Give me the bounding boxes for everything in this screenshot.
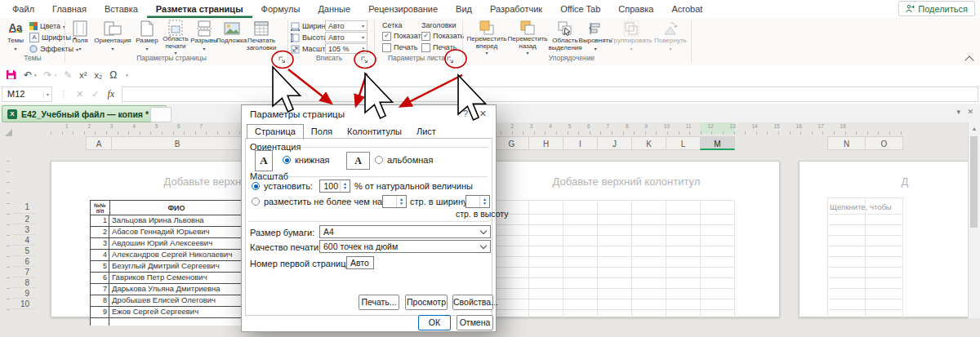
row-header[interactable]: 8 bbox=[11, 277, 36, 288]
cell-number[interactable]: 2 bbox=[91, 227, 109, 237]
row-header[interactable]: 4 bbox=[11, 235, 36, 246]
dialog-tab-margins[interactable]: Поля bbox=[304, 125, 340, 139]
collapse-ribbon-button[interactable] bbox=[966, 57, 973, 64]
dialog-tab-header-footer[interactable]: Колонтитулы bbox=[340, 125, 409, 139]
rotate-button[interactable]: Повернуть ▾ bbox=[653, 20, 688, 54]
dialog-close-button[interactable]: ✕ bbox=[479, 109, 487, 119]
spinner-arrows-icon[interactable]: ▲▼ bbox=[479, 196, 489, 207]
column-header-i[interactable]: I bbox=[563, 136, 598, 150]
ribbon-tab-formulas[interactable]: Формулы bbox=[252, 0, 310, 18]
vertical-scrollbar[interactable]: ▲ bbox=[968, 122, 980, 318]
cell-number[interactable]: 3 bbox=[91, 238, 109, 249]
margins-button[interactable]: Поля ▾ bbox=[68, 20, 92, 54]
ribbon-tab-data[interactable]: Данные bbox=[309, 0, 359, 18]
fit-to-radio[interactable] bbox=[252, 197, 260, 206]
dialog-help-button[interactable]: ? bbox=[463, 109, 468, 118]
align-button[interactable]: Выровнять ▾ bbox=[581, 20, 609, 54]
ribbon-tab-view[interactable]: Вид bbox=[447, 0, 481, 18]
save-icon[interactable] bbox=[6, 69, 16, 80]
print-dialog-button[interactable]: Печать... bbox=[359, 295, 399, 310]
column-header-j[interactable]: J bbox=[597, 136, 632, 150]
size-button[interactable]: Размер ▾ bbox=[135, 20, 159, 54]
document-tab-new[interactable] bbox=[150, 107, 172, 122]
cell-number[interactable]: 4 bbox=[91, 250, 109, 260]
row-header[interactable]: 2 bbox=[11, 214, 36, 224]
scrollbar-thumb[interactable] bbox=[970, 136, 978, 228]
adjust-to-label[interactable]: установить: bbox=[264, 181, 313, 191]
fit-dialog-launcher[interactable] bbox=[360, 55, 369, 64]
properties-button[interactable]: Свойства... bbox=[452, 295, 493, 310]
ribbon-tab-file[interactable]: Файл bbox=[3, 0, 43, 18]
themes-button[interactable]: Aa Темы ▾ bbox=[3, 20, 28, 54]
cell-name[interactable]: Зальцова Ирина Львовна bbox=[109, 215, 243, 226]
bring-forward-button[interactable]: Переместить вперед▾ bbox=[467, 20, 506, 54]
page2-header-placeholder[interactable]: Добавьте верхний колонтитул bbox=[445, 175, 808, 188]
theme-colors-button[interactable]: Цвета ▾ bbox=[29, 21, 65, 31]
ribbon-tab-page-layout[interactable]: Разметка страницы bbox=[147, 0, 252, 18]
fit-scale-stepper[interactable]: 105 % ▴▾ bbox=[325, 43, 368, 54]
page3-cell-placeholder[interactable]: Щелкните, чтобы bbox=[830, 202, 892, 211]
cell-number[interactable] bbox=[91, 318, 109, 326]
headings-show-checkbox[interactable]: ✓ Показать bbox=[421, 31, 464, 41]
column-header-g[interactable]: G bbox=[494, 136, 529, 150]
cell-name[interactable]: Безуглый Дмитрий Сергеевич bbox=[109, 261, 243, 272]
select-all-corner[interactable] bbox=[5, 129, 12, 136]
send-backward-button[interactable]: Переместить назад▾ bbox=[508, 20, 547, 54]
ribbon-tab-review[interactable]: Рецензирование bbox=[359, 0, 447, 18]
selection-pane-button[interactable]: Область выделения bbox=[549, 20, 581, 54]
sheet-options-dialog-launcher[interactable] bbox=[446, 55, 455, 64]
column-header-b[interactable]: B bbox=[111, 136, 243, 150]
cell-number[interactable]: 7 bbox=[91, 284, 109, 295]
column-header-n[interactable]: N bbox=[827, 136, 866, 150]
fit-height-select[interactable]: Авто ▾ bbox=[325, 32, 368, 42]
qat-customize-button[interactable]: ▾ bbox=[126, 73, 128, 78]
adjust-to-radio[interactable] bbox=[252, 182, 260, 190]
fit-to-tall-stepper[interactable]: ▲▼ bbox=[466, 195, 490, 208]
format-painter-button[interactable]: ✎ bbox=[64, 69, 72, 81]
ribbon-tab-home[interactable]: Главная bbox=[43, 0, 96, 18]
portrait-radio[interactable] bbox=[283, 156, 291, 164]
row-header[interactable]: 9 bbox=[11, 288, 36, 299]
row-header[interactable]: 1 bbox=[11, 200, 36, 214]
ok-button[interactable]: ОК bbox=[418, 315, 451, 330]
cancel-button[interactable]: Отмена bbox=[457, 315, 493, 330]
spinner-arrows-icon[interactable]: ▲▼ bbox=[396, 196, 406, 207]
cell-name[interactable]: Гавриков Петр Семенович bbox=[109, 273, 243, 283]
cell-number[interactable]: 5 bbox=[91, 261, 109, 272]
cancel-entry-button[interactable]: ✕ bbox=[72, 89, 87, 100]
row-header[interactable]: 3 bbox=[11, 224, 36, 235]
paper-size-select[interactable]: A4 bbox=[319, 225, 491, 238]
adjust-to-stepper[interactable]: 100▲▼ bbox=[319, 180, 350, 193]
row-header[interactable]: 6 bbox=[11, 256, 36, 267]
ribbon-tab-help[interactable]: Справка bbox=[609, 0, 662, 18]
name-column-header[interactable]: ФИО bbox=[110, 201, 243, 215]
cell-number[interactable]: 1 bbox=[91, 215, 109, 226]
print-titles-button[interactable]: Печатать заголовки bbox=[246, 20, 277, 54]
ribbon-tab-developer[interactable]: Разработчик bbox=[481, 0, 551, 18]
page-setup-dialog-launcher[interactable] bbox=[278, 55, 287, 64]
print-area-button[interactable]: Область печати▾ bbox=[160, 20, 191, 54]
symbol-button[interactable]: Ω bbox=[109, 69, 117, 81]
cell-name[interactable]: Александров Сергей Николаевич bbox=[109, 250, 243, 260]
cell-name[interactable]: Абасов Геннадий Юрьевич bbox=[109, 227, 243, 237]
cell-name[interactable] bbox=[109, 318, 243, 326]
cell-number[interactable]: 8 bbox=[91, 295, 109, 306]
preview-button[interactable]: Просмотр bbox=[405, 295, 448, 310]
cell-name[interactable]: Авдошин Юрий Алексеевич bbox=[109, 238, 243, 249]
document-tab-active[interactable]: X Е42_Учебный файл — копия * ✕ bbox=[2, 105, 167, 122]
column-header-o[interactable]: O bbox=[865, 136, 903, 150]
ribbon-tab-insert[interactable]: Вставка bbox=[96, 0, 147, 18]
fit-to-wide-stepper[interactable]: ▲▼ bbox=[382, 195, 407, 208]
share-button[interactable]: Поделиться bbox=[898, 1, 975, 16]
formula-input[interactable] bbox=[122, 86, 978, 102]
superscript-button[interactable]: x² bbox=[79, 70, 87, 80]
fit-to-label[interactable]: разместить не более чем на: bbox=[264, 197, 385, 206]
orientation-button[interactable]: Ориентация ▾ bbox=[92, 20, 133, 54]
print-quality-select[interactable]: 600 точек на дюйм bbox=[319, 240, 491, 253]
headings-print-checkbox[interactable]: Печать bbox=[421, 42, 457, 52]
fit-width-select[interactable]: Авто ▾ bbox=[325, 20, 368, 31]
spinner-arrows-icon[interactable]: ▲▼ bbox=[340, 180, 350, 192]
ribbon-tab-office-tab[interactable]: Office Tab bbox=[551, 0, 609, 18]
background-button[interactable]: Подложка bbox=[217, 20, 246, 54]
number-column-header[interactable]: №№п/п bbox=[91, 201, 110, 215]
